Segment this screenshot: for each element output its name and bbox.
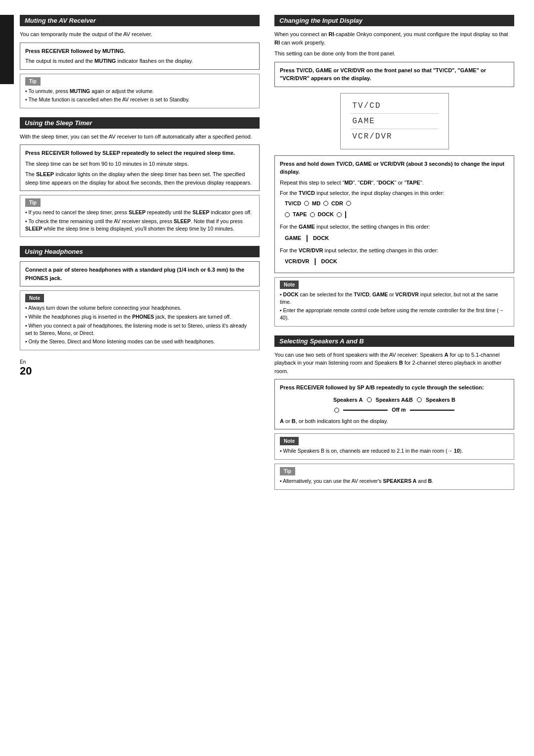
muting-tip-item-1: To unmute, press MUTING again or adjust … [25,88,254,95]
sleep-tip-label: Tip [25,198,41,207]
input-display-note-2: Enter the appropriate remote control cod… [280,307,509,321]
input-display-tvcd-order2: TAPE DOCK | [285,209,509,220]
section-header-speakers: Selecting Speakers A and B [274,335,514,347]
speakers-tip-label: Tip [280,467,295,475]
display-line-vcrdvr: VCR/DVR [351,129,439,144]
section-header-headphones: Using Headphones [20,246,260,257]
input-display-note-list: DOCK can be selected for the TV/CD, GAME… [280,291,509,322]
input-display-game-order: GAME | DOCK [285,233,509,243]
input-display-vcr-order: VCR/DVR | DOCK [285,256,509,267]
input-display-intro1: When you connect an RI-capable Onkyo com… [274,30,514,47]
speakers-tip-box: Tip Alternatively, you can use the AV re… [274,464,514,490]
headphones-instruction-box: Connect a pair of stereo headphones with… [20,261,260,286]
speakers-instruction-box: Press RECEIVER followed by SP A/B repeat… [274,379,514,429]
muting-instruction-box: Press RECEIVER followed by MUTING. The o… [20,43,260,70]
sleep-detail-1: The sleep time can be set from 90 to 10 … [25,160,254,168]
headphones-step-title: Connect a pair of stereo headphones with… [25,266,254,282]
headphones-note-1: Always turn down the volume before conne… [25,304,254,312]
speakers-note-label: Note [280,437,299,445]
page-number: 20 [20,365,260,378]
input-display-note-box: Note DOCK can be selected for the TV/CD,… [274,277,514,327]
muting-tip-label: Tip [25,77,41,86]
speakers-tip-list: Alternatively, you can use the AV receiv… [280,477,509,485]
sleep-instruction-box: Press RECEIVER followed by SLEEP repeate… [20,144,260,191]
input-display-note-1: DOCK can be selected for the TV/CD, GAME… [280,291,509,305]
sleep-step-title: Press RECEIVER followed by SLEEP repeate… [25,149,254,157]
section-speakers: Selecting Speakers A and B You can use t… [274,335,514,490]
speakers-note-list: While Speakers B is on, channels are red… [280,447,509,455]
muting-step-detail: The output is muted and the MUTING indic… [25,57,254,65]
headphones-note-label: Note [25,294,44,302]
display-line-tvcd: TV/CD [351,98,439,114]
muting-tip-list: To unmute, press MUTING again or adjust … [25,88,254,103]
section-header-input-display: Changing the Input Display [274,15,514,26]
sleep-intro: With the sleep timer, you can set the AV… [20,133,260,141]
sleep-tip-list: If you need to cancel the sleep timer, p… [25,209,254,232]
page-bottom: En 20 [20,359,260,378]
input-display-tvcd-order: TV/CD MD CDR [285,199,509,208]
section-header-muting: Muting the AV Receiver [20,15,260,26]
muting-intro: You can temporarily mute the output of t… [20,30,260,39]
input-display-vcr-order-intro: For the VCR/DVR input selector, the sett… [280,246,509,255]
speakers-line-2: Off m [280,406,509,414]
headphones-note-list: Always turn down the volume before conne… [25,304,254,345]
input-display-note-label: Note [280,281,299,289]
sleep-tip-box: Tip If you need to cancel the sleep time… [20,195,260,237]
muting-step-title: Press RECEIVER followed by MUTING. [25,47,254,55]
speakers-after-sequence: A or B, or both indicators light on the … [280,417,509,425]
speakers-note-box: Note While Speakers B is on, channels ar… [274,433,514,460]
speakers-line-1: Speakers A Speakers A&B Speakers B [280,396,509,404]
input-display-instruction-box-2: Press and hold down TV/CD, GAME or VCR/D… [274,155,514,274]
headphones-note-3: When you connect a pair of headphones, t… [25,322,254,336]
input-display-step1-title: Press TV/CD, GAME or VCR/DVR on the fron… [280,66,509,83]
right-column: Changing the Input Display When you conn… [274,15,514,499]
input-display-intro2: This setting can be done only from the f… [274,49,514,58]
section-headphones: Using Headphones Connect a pair of stere… [20,246,260,350]
speakers-step-title: Press RECEIVER followed by SP A/B repeat… [280,383,509,392]
en-label: En [20,359,260,365]
headphones-note-box: Note Always turn down the volume before … [20,290,260,350]
section-muting: Muting the AV Receiver You can temporari… [20,15,260,108]
input-display-step2-detail1: Repeat this step to select "MD", "CDR", … [280,179,509,187]
headphones-note-4: Only the Stereo, Direct and Mono listeni… [25,338,254,345]
input-display-tvcd-order-intro: For the TV/CD input selector, the input … [280,189,509,197]
sleep-tip-2: To check the time remaining until the AV… [25,218,254,232]
speakers-sequence: Speakers A Speakers A&B Speakers B Off m [280,396,509,414]
input-display-instruction-box-1: Press TV/CD, GAME or VCR/DVR on the fron… [274,62,514,87]
speakers-intro: You can use two sets of front speakers w… [274,351,514,376]
section-sleep-timer: Using the Sleep Timer With the sleep tim… [20,117,260,237]
muting-tip-box: Tip To unmute, press MUTING again or adj… [20,74,260,108]
input-display-game-order-intro: For the GAME input selector, the setting… [280,223,509,231]
lcd-display-box: TV/CD GAME VCR/DVR [340,93,449,149]
sleep-detail-2: The SLEEP indicator lights on the displa… [25,170,254,187]
speakers-note-1: While Speakers B is on, channels are red… [280,447,509,455]
display-line-game: GAME [351,114,439,129]
sleep-tip-1: If you need to cancel the sleep timer, p… [25,209,254,216]
input-display-step2-title: Press and hold down TV/CD, GAME or VCR/D… [280,160,509,176]
left-bar [0,15,14,84]
headphones-note-2: While the headphones plug is inserted in… [25,313,254,321]
section-header-sleep: Using the Sleep Timer [20,117,260,129]
speakers-tip-1: Alternatively, you can use the AV receiv… [280,477,509,485]
muting-tip-item-2: The Mute function is cancelled when the … [25,96,254,103]
left-column: Muting the AV Receiver You can temporari… [20,15,260,499]
section-input-display: Changing the Input Display When you conn… [274,15,514,327]
